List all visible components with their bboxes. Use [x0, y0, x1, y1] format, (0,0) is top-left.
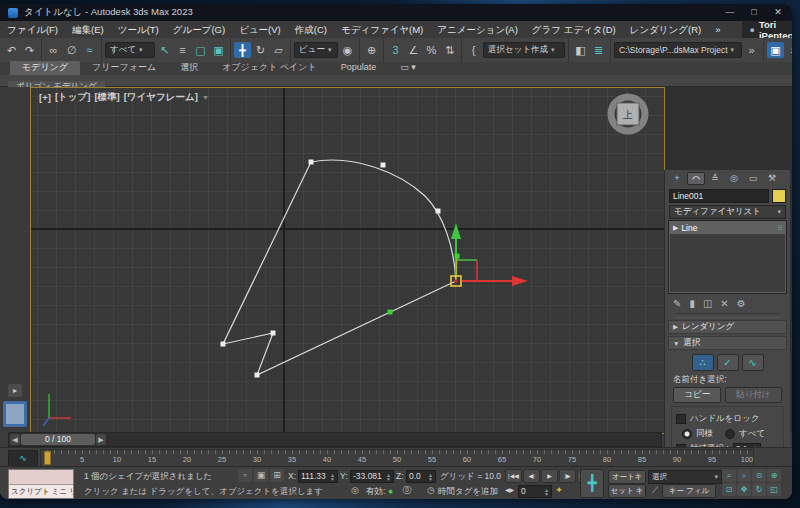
viewport-label-part-1[interactable]: [トップ]	[55, 91, 91, 104]
trackbar-tick-30[interactable]: 30	[253, 455, 261, 464]
snap-toggle-icon[interactable]: 3	[387, 42, 404, 58]
listener-input[interactable]	[9, 470, 73, 485]
select-scale-icon[interactable]: ▱	[270, 42, 287, 58]
panel-tab-modify[interactable]: ◠	[687, 172, 705, 185]
spline-vertex[interactable]	[221, 342, 226, 347]
trackbar-tick-90[interactable]: 90	[673, 455, 681, 464]
panel-tab-hierarchy[interactable]: ≙	[706, 172, 724, 185]
y-coordinate-field[interactable]: -33.081▲▼	[350, 470, 394, 483]
menu-item-create[interactable]: 作成(C)	[288, 22, 334, 38]
spline-segments[interactable]	[223, 162, 456, 375]
absolute-offset-icon[interactable]: ⊞	[270, 469, 284, 482]
viewport-canvas[interactable]: 上	[31, 88, 664, 433]
object-color-swatch[interactable]	[772, 189, 786, 203]
trackbar-tick-100[interactable]: 100	[741, 455, 754, 464]
trackbar-tick-5[interactable]: 5	[80, 455, 84, 464]
maxscript-mini-listener[interactable]: スクリプト ミニ リス	[8, 469, 74, 499]
toolbar-overflow-icon[interactable]: »	[743, 42, 760, 58]
zoom-extents-all-icon[interactable]: ⊕	[767, 469, 781, 482]
select-rotate-icon[interactable]: ↻	[252, 42, 269, 58]
trackbar-tick-45[interactable]: 45	[358, 455, 366, 464]
menu-item-tools[interactable]: ツール(T)	[111, 22, 166, 38]
configure-modifier-icon[interactable]: ⚙	[737, 298, 746, 309]
menu-item-graph-editors[interactable]: グラフ エディタ(D)	[525, 22, 623, 38]
project-folder-dropdown[interactable]: C:\Storage\P...dsMax Project▾	[614, 42, 742, 58]
menu-item-rendering[interactable]: レンダリング(R)	[623, 22, 709, 38]
zoom-all-icon[interactable]: ⌕	[737, 469, 751, 482]
time-slider-grip[interactable]: 0 / 100	[21, 434, 95, 445]
x-coordinate-field[interactable]: 111.33▲▼	[298, 470, 338, 483]
trackbar-tick-40[interactable]: 40	[323, 455, 331, 464]
save-overflow-icon[interactable]: »	[785, 42, 792, 58]
spline-arc[interactable]	[311, 160, 456, 281]
panel-tab-utilities[interactable]: ⚒	[763, 172, 781, 185]
expand-arrow-icon[interactable]: ▶	[673, 224, 678, 232]
key-mode-icon[interactable]: ✦	[552, 484, 566, 497]
orbit-icon[interactable]: ↻	[752, 483, 766, 496]
alike-radio[interactable]	[682, 429, 692, 439]
make-unique-icon[interactable]: ◫	[703, 298, 712, 309]
align-icon[interactable]: ≣	[590, 42, 607, 58]
current-frame-marker[interactable]	[44, 451, 51, 465]
set-key-button[interactable]: セット キー	[608, 484, 646, 498]
next-frame-icon[interactable]: |▶	[559, 469, 576, 483]
use-pivot-icon[interactable]: ◉	[339, 42, 356, 58]
frame-nudge-icon[interactable]: ◀▶	[505, 486, 514, 493]
mirror-icon[interactable]: ◧	[572, 42, 589, 58]
trackbar-tick-25[interactable]: 25	[218, 455, 226, 464]
spline-vertex[interactable]	[381, 163, 386, 168]
trackbar-tick-50[interactable]: 50	[393, 455, 401, 464]
copy-button[interactable]: コピー	[673, 387, 721, 403]
select-move-icon[interactable]: ╋	[234, 42, 251, 58]
stack-item-line[interactable]: ▶ Line ⁝⁝	[670, 222, 785, 234]
paste-button[interactable]: 貼り付け	[725, 387, 781, 403]
object-name-field[interactable]: Line001	[669, 189, 769, 203]
menu-item-modifiers[interactable]: モディファイヤ(M)	[334, 22, 430, 38]
spline-vertex[interactable]	[436, 209, 441, 214]
next-frame-arrow[interactable]: ▶	[96, 434, 106, 445]
spline-vertex[interactable]	[309, 160, 314, 165]
select-by-name-icon[interactable]: ≡	[174, 42, 191, 58]
panel-tab-motion[interactable]: ◎	[725, 172, 743, 185]
tab-object-paint[interactable]: オブジェクト ペイント	[210, 61, 329, 75]
steering-wheel-icon[interactable]: ◎	[348, 484, 362, 497]
default-tangent-icon[interactable]: ⟋	[648, 484, 662, 497]
tab-modeling[interactable]: モデリング	[10, 61, 80, 75]
vertex-mode-button[interactable]: ∴	[692, 354, 714, 371]
bind-spacewarp-icon[interactable]: ≈	[81, 42, 98, 58]
gizmo-y-arrowhead[interactable]	[451, 223, 461, 239]
show-end-result-icon[interactable]: ▮	[689, 298, 695, 309]
modifier-list-dropdown[interactable]: モディファイヤリスト ▾	[669, 205, 786, 219]
selected-vertex[interactable]	[455, 280, 458, 283]
redo-icon[interactable]: ↷	[21, 42, 38, 58]
pin-stack-icon[interactable]: ✎	[673, 298, 681, 309]
rollout-selection[interactable]: ▼ 選択	[668, 336, 787, 350]
maximize-viewport-icon[interactable]: ◱	[767, 483, 781, 496]
prev-frame-icon[interactable]: ◀|	[523, 469, 540, 483]
gizmo-x-arrowhead[interactable]	[512, 276, 528, 286]
user-account-button[interactable]: ●Tori iPentec▾	[742, 21, 792, 38]
panel-tab-display[interactable]: ▭	[744, 172, 762, 185]
layout-preset-thumbnail[interactable]	[3, 401, 27, 427]
menu-item-views[interactable]: ビュー(V)	[232, 22, 288, 38]
undo-icon[interactable]: ↶	[3, 42, 20, 58]
window-crossing-icon[interactable]: ▣	[210, 42, 227, 58]
go-start-icon[interactable]: |◀◀	[505, 469, 522, 483]
selection-lock-icon[interactable]: ▣	[254, 469, 268, 482]
trackbar-tick-80[interactable]: 80	[603, 455, 611, 464]
title-bar[interactable]: タイトルなし - Autodesk 3ds Max 2023 — □ ✕	[0, 4, 792, 21]
tab-selection[interactable]: 選択	[168, 61, 210, 75]
tab-freeform[interactable]: フリーフォーム	[80, 61, 168, 75]
viewport-label-part-0[interactable]: [+]	[39, 92, 51, 103]
segment-mode-button[interactable]: ✓	[717, 354, 739, 371]
viewport-label-part-3[interactable]: [ワイヤフレーム]	[124, 91, 198, 104]
adaptive-degradation-icon[interactable]: ⓪	[400, 484, 414, 497]
all-radio[interactable]	[725, 429, 735, 439]
layout-tab-arrow[interactable]: ▸	[8, 384, 22, 397]
save-file-icon[interactable]: ▣	[767, 42, 784, 58]
rect-selection-region-icon[interactable]: ▢	[192, 42, 209, 58]
viewport-filter-icon[interactable]: ▼	[202, 94, 209, 101]
zoom-region-icon[interactable]: ⊡	[722, 483, 736, 496]
trackbar-tick-65[interactable]: 65	[498, 455, 506, 464]
key-selection-dropdown[interactable]: 選択 ▾	[648, 470, 722, 484]
